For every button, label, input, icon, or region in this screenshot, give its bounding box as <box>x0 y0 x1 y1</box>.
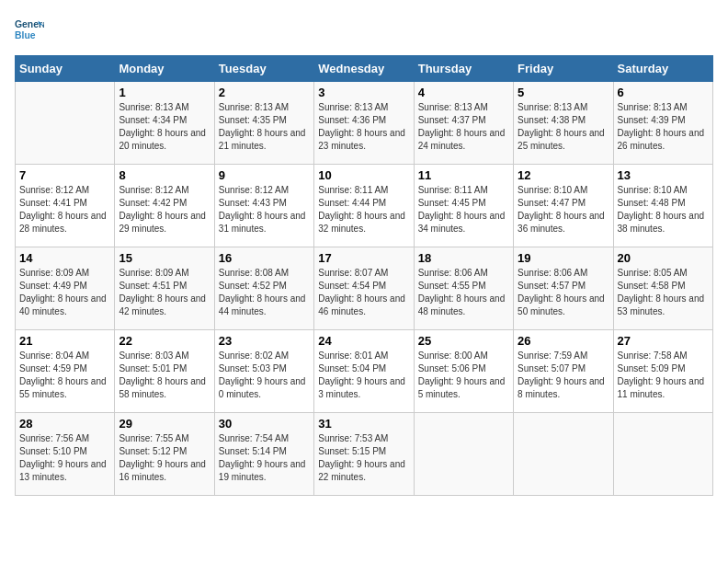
calendar-cell: 17Sunrise: 8:07 AMSunset: 4:54 PMDayligh… <box>314 247 414 330</box>
day-number: 8 <box>119 168 210 182</box>
page-header: General Blue <box>15 15 713 44</box>
day-number: 24 <box>318 334 409 348</box>
calendar-cell: 6Sunrise: 8:13 AMSunset: 4:39 PMDaylight… <box>613 82 712 165</box>
calendar-cell: 22Sunrise: 8:03 AMSunset: 5:01 PMDayligh… <box>115 330 214 413</box>
weekday-header: Sunday <box>16 56 115 82</box>
day-info: Sunrise: 8:13 AMSunset: 4:35 PMDaylight:… <box>219 101 310 153</box>
day-info: Sunrise: 7:54 AMSunset: 5:14 PMDaylight:… <box>219 432 310 484</box>
calendar-cell: 12Sunrise: 8:10 AMSunset: 4:47 PMDayligh… <box>514 165 613 247</box>
day-number: 9 <box>219 168 310 182</box>
day-number: 20 <box>618 251 709 265</box>
day-number: 7 <box>19 168 110 182</box>
day-number: 26 <box>518 334 609 348</box>
calendar-cell: 20Sunrise: 8:05 AMSunset: 4:58 PMDayligh… <box>613 247 712 330</box>
day-info: Sunrise: 8:13 AMSunset: 4:34 PMDaylight:… <box>119 101 210 153</box>
day-info: Sunrise: 7:56 AMSunset: 5:10 PMDaylight:… <box>19 432 110 484</box>
day-number: 11 <box>418 168 509 182</box>
day-number: 18 <box>418 251 509 265</box>
calendar-cell: 14Sunrise: 8:09 AMSunset: 4:49 PMDayligh… <box>16 247 115 330</box>
calendar-cell: 9Sunrise: 8:12 AMSunset: 4:43 PMDaylight… <box>214 165 313 247</box>
calendar-cell: 13Sunrise: 8:10 AMSunset: 4:48 PMDayligh… <box>613 165 712 247</box>
calendar-cell: 27Sunrise: 7:58 AMSunset: 5:09 PMDayligh… <box>613 330 712 413</box>
calendar-cell: 11Sunrise: 8:11 AMSunset: 4:45 PMDayligh… <box>414 165 513 247</box>
calendar-cell: 10Sunrise: 8:11 AMSunset: 4:44 PMDayligh… <box>314 165 414 247</box>
day-number: 22 <box>119 334 210 348</box>
calendar-cell: 1Sunrise: 8:13 AMSunset: 4:34 PMDaylight… <box>115 82 214 165</box>
weekday-header: Wednesday <box>314 56 414 82</box>
calendar-cell: 2Sunrise: 8:13 AMSunset: 4:35 PMDaylight… <box>214 82 313 165</box>
day-number: 21 <box>19 334 110 348</box>
calendar-cell: 29Sunrise: 7:55 AMSunset: 5:12 PMDayligh… <box>115 413 214 496</box>
calendar-table: SundayMondayTuesdayWednesdayThursdayFrid… <box>15 55 713 496</box>
calendar-cell: 31Sunrise: 7:53 AMSunset: 5:15 PMDayligh… <box>314 413 414 496</box>
calendar-cell: 5Sunrise: 8:13 AMSunset: 4:38 PMDaylight… <box>514 82 613 165</box>
calendar-cell: 16Sunrise: 8:08 AMSunset: 4:52 PMDayligh… <box>214 247 313 330</box>
day-number: 17 <box>318 251 409 265</box>
day-number: 6 <box>618 86 709 99</box>
calendar-cell: 25Sunrise: 8:00 AMSunset: 5:06 PMDayligh… <box>414 330 513 413</box>
calendar-cell <box>16 82 115 165</box>
day-info: Sunrise: 8:13 AMSunset: 4:38 PMDaylight:… <box>518 101 609 153</box>
day-info: Sunrise: 8:06 AMSunset: 4:57 PMDaylight:… <box>518 267 609 318</box>
calendar-week-row: 14Sunrise: 8:09 AMSunset: 4:49 PMDayligh… <box>16 247 713 330</box>
day-number: 16 <box>219 251 310 265</box>
weekday-header: Monday <box>115 56 214 82</box>
day-info: Sunrise: 7:58 AMSunset: 5:09 PMDaylight:… <box>618 350 709 401</box>
calendar-cell: 3Sunrise: 8:13 AMSunset: 4:36 PMDaylight… <box>314 82 414 165</box>
day-info: Sunrise: 8:04 AMSunset: 4:59 PMDaylight:… <box>19 350 110 401</box>
calendar-cell: 30Sunrise: 7:54 AMSunset: 5:14 PMDayligh… <box>214 413 313 496</box>
day-number: 4 <box>418 86 509 99</box>
day-info: Sunrise: 8:09 AMSunset: 4:49 PMDaylight:… <box>19 267 110 318</box>
calendar-cell: 26Sunrise: 7:59 AMSunset: 5:07 PMDayligh… <box>514 330 613 413</box>
day-info: Sunrise: 8:07 AMSunset: 4:54 PMDaylight:… <box>318 267 409 318</box>
weekday-header: Tuesday <box>214 56 313 82</box>
day-number: 28 <box>19 417 110 431</box>
day-number: 29 <box>119 417 210 431</box>
calendar-cell: 23Sunrise: 8:02 AMSunset: 5:03 PMDayligh… <box>214 330 313 413</box>
day-info: Sunrise: 8:13 AMSunset: 4:36 PMDaylight:… <box>318 101 409 153</box>
day-info: Sunrise: 8:02 AMSunset: 5:03 PMDaylight:… <box>219 350 310 401</box>
day-number: 3 <box>318 86 409 99</box>
day-info: Sunrise: 7:59 AMSunset: 5:07 PMDaylight:… <box>518 350 609 401</box>
day-info: Sunrise: 8:11 AMSunset: 4:44 PMDaylight:… <box>318 184 409 236</box>
day-number: 23 <box>219 334 310 348</box>
calendar-cell <box>414 413 513 496</box>
day-number: 13 <box>618 168 709 182</box>
day-info: Sunrise: 8:13 AMSunset: 4:37 PMDaylight:… <box>418 101 509 153</box>
day-info: Sunrise: 8:11 AMSunset: 4:45 PMDaylight:… <box>418 184 509 236</box>
svg-text:Blue: Blue <box>15 30 36 40</box>
day-number: 1 <box>119 86 210 99</box>
day-info: Sunrise: 8:01 AMSunset: 5:04 PMDaylight:… <box>318 350 409 401</box>
day-info: Sunrise: 8:13 AMSunset: 4:39 PMDaylight:… <box>618 101 709 153</box>
day-number: 27 <box>618 334 709 348</box>
day-info: Sunrise: 8:03 AMSunset: 5:01 PMDaylight:… <box>119 350 210 401</box>
day-number: 14 <box>19 251 110 265</box>
day-info: Sunrise: 8:12 AMSunset: 4:41 PMDaylight:… <box>19 184 110 236</box>
logo: General Blue <box>15 15 46 44</box>
day-number: 12 <box>518 168 609 182</box>
svg-text:General: General <box>15 19 44 29</box>
calendar-cell: 19Sunrise: 8:06 AMSunset: 4:57 PMDayligh… <box>514 247 613 330</box>
calendar-cell: 8Sunrise: 8:12 AMSunset: 4:42 PMDaylight… <box>115 165 214 247</box>
day-info: Sunrise: 7:53 AMSunset: 5:15 PMDaylight:… <box>318 432 409 484</box>
day-info: Sunrise: 8:12 AMSunset: 4:43 PMDaylight:… <box>219 184 310 236</box>
day-info: Sunrise: 8:05 AMSunset: 4:58 PMDaylight:… <box>618 267 709 318</box>
day-info: Sunrise: 8:06 AMSunset: 4:55 PMDaylight:… <box>418 267 509 318</box>
calendar-cell: 24Sunrise: 8:01 AMSunset: 5:04 PMDayligh… <box>314 330 414 413</box>
day-info: Sunrise: 8:10 AMSunset: 4:48 PMDaylight:… <box>618 184 709 236</box>
calendar-week-row: 1Sunrise: 8:13 AMSunset: 4:34 PMDaylight… <box>16 82 713 165</box>
day-info: Sunrise: 8:12 AMSunset: 4:42 PMDaylight:… <box>119 184 210 236</box>
day-info: Sunrise: 8:08 AMSunset: 4:52 PMDaylight:… <box>219 267 310 318</box>
calendar-cell: 21Sunrise: 8:04 AMSunset: 4:59 PMDayligh… <box>16 330 115 413</box>
day-number: 25 <box>418 334 509 348</box>
day-info: Sunrise: 8:00 AMSunset: 5:06 PMDaylight:… <box>418 350 509 401</box>
calendar-week-row: 28Sunrise: 7:56 AMSunset: 5:10 PMDayligh… <box>16 413 713 496</box>
calendar-week-row: 7Sunrise: 8:12 AMSunset: 4:41 PMDaylight… <box>16 165 713 247</box>
calendar-cell <box>613 413 712 496</box>
day-info: Sunrise: 7:55 AMSunset: 5:12 PMDaylight:… <box>119 432 210 484</box>
weekday-header: Friday <box>514 56 613 82</box>
logo-icon: General Blue <box>15 15 44 44</box>
calendar-cell: 4Sunrise: 8:13 AMSunset: 4:37 PMDaylight… <box>414 82 513 165</box>
calendar-cell: 7Sunrise: 8:12 AMSunset: 4:41 PMDaylight… <box>16 165 115 247</box>
day-number: 15 <box>119 251 210 265</box>
